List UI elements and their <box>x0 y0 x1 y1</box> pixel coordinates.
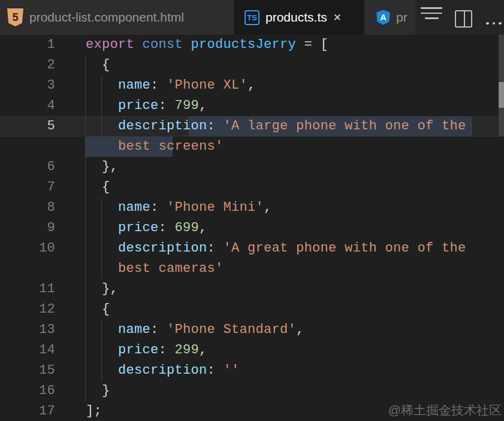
code-line: name: 'Phone Mini', <box>86 198 272 218</box>
split-editor-icon[interactable] <box>455 5 472 32</box>
tab-products-ts[interactable]: TS products.ts ✕ <box>234 0 364 35</box>
code-line: description: 'A great phone with one of … <box>86 238 466 259</box>
code-line: description: '' <box>86 361 240 381</box>
code-row: 10 description: 'A great phone with one … <box>0 238 504 259</box>
tab-product-list-component-html[interactable]: 5 product-list.component.html <box>0 0 234 35</box>
line-number: 2 <box>0 55 55 75</box>
typescript-icon: TS <box>245 10 259 25</box>
line-number: 8 <box>0 198 55 218</box>
code-line: { <box>86 55 110 75</box>
tab-label: products.ts <box>265 10 327 25</box>
angular-icon: A <box>376 10 390 25</box>
tab-label: pr <box>396 10 408 25</box>
html5-icon: 5 <box>7 8 23 26</box>
code-line: ]; <box>86 401 102 421</box>
watermark: @稀土掘金技术社区 <box>388 402 502 419</box>
tab-truncated[interactable]: A pr <box>364 0 415 35</box>
code-rows: 1export const productsJerry = [2 {3 name… <box>0 35 504 421</box>
line-number: 5 <box>0 116 55 137</box>
line-number: 11 <box>0 279 55 299</box>
scrollbar-thumb[interactable] <box>499 35 504 82</box>
code-row: 9 price: 699, <box>0 218 504 238</box>
code-row: 11 }, <box>0 279 504 299</box>
line-number: 14 <box>0 340 55 361</box>
line-number: 13 <box>0 320 55 340</box>
line-number: 7 <box>0 177 55 198</box>
line-number: 6 <box>0 157 55 177</box>
code-line: price: 699, <box>86 218 207 238</box>
line-number: 12 <box>0 299 55 320</box>
line-number: 3 <box>0 75 55 96</box>
code-line: name: 'Phone XL', <box>86 75 256 96</box>
code-row: 4 price: 799, <box>0 96 504 116</box>
line-number: 15 <box>0 361 55 381</box>
line-number: 9 <box>0 218 55 238</box>
line-number: 17 <box>0 401 55 421</box>
editor-actions <box>415 0 504 35</box>
line-number: 16 <box>0 381 55 401</box>
code-line: export const productsJerry = [ <box>86 35 328 55</box>
code-row: 1export const productsJerry = [ <box>0 35 504 55</box>
code-line: name: 'Phone Standard', <box>86 320 304 340</box>
tab-label: product-list.component.html <box>29 10 184 25</box>
code-row: best cameras' <box>0 259 504 279</box>
code-row: 15 description: '' <box>0 361 504 381</box>
code-row: 8 name: 'Phone Mini', <box>0 198 504 218</box>
scrollbar-thumb[interactable] <box>499 82 504 108</box>
more-actions-icon[interactable] <box>486 10 502 37</box>
line-number: 1 <box>0 35 55 55</box>
code-row: 16 } <box>0 381 504 401</box>
scrollbar-thumb[interactable] <box>499 108 504 137</box>
code-row: 12 { <box>0 299 504 320</box>
vscode-window: 5 product-list.component.html TS product… <box>0 0 504 421</box>
code-row: 14 price: 299, <box>0 340 504 361</box>
editor-tab-bar: 5 product-list.component.html TS product… <box>0 0 504 35</box>
code-row: 13 name: 'Phone Standard', <box>0 320 504 340</box>
code-row: 6 }, <box>0 157 504 177</box>
code-row: 7 { <box>0 177 504 198</box>
code-line: }, <box>86 279 118 299</box>
code-line: }, <box>86 157 118 177</box>
code-line: description: 'A large phone with one of … <box>86 116 466 137</box>
code-line: best screens' <box>86 137 224 157</box>
code-line: { <box>86 299 110 320</box>
code-row: 5 description: 'A large phone with one o… <box>0 116 504 137</box>
code-line: { <box>86 177 110 198</box>
close-tab-icon[interactable]: ✕ <box>333 11 342 24</box>
line-number: 10 <box>0 238 55 259</box>
code-line: price: 299, <box>86 340 207 361</box>
code-row: 2 { <box>0 55 504 75</box>
code-editor[interactable]: 1export const productsJerry = [2 {3 name… <box>0 35 504 421</box>
code-row: best screens' <box>0 137 504 157</box>
code-line: best cameras' <box>86 259 224 279</box>
code-row: 3 name: 'Phone XL', <box>0 75 504 96</box>
menu-icon[interactable] <box>421 7 442 35</box>
code-line: price: 799, <box>86 96 207 116</box>
code-line: } <box>86 381 110 401</box>
line-number: 4 <box>0 96 55 116</box>
